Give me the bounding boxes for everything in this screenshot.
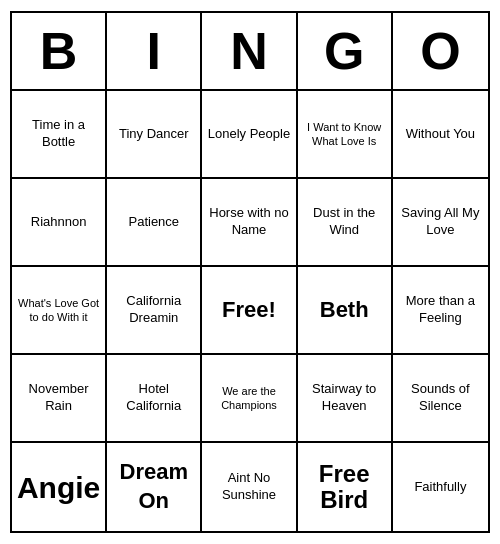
bingo-letter-i: I [107,13,202,89]
bingo-cell-9: Saving All My Love [393,179,488,267]
bingo-grid: Time in a BottleTiny DancerLonely People… [12,91,488,531]
bingo-cell-24: Faithfully [393,443,488,531]
bingo-cell-11: California Dreamin [107,267,202,355]
bingo-cell-18: Stairway to Heaven [298,355,393,443]
bingo-letter-b: B [12,13,107,89]
bingo-cell-13: Beth [298,267,393,355]
bingo-cell-0: Time in a Bottle [12,91,107,179]
bingo-cell-2: Lonely People [202,91,297,179]
bingo-card: BINGO Time in a BottleTiny DancerLonely … [10,11,490,533]
bingo-cell-10: What's Love Got to do With it [12,267,107,355]
bingo-cell-12: Free! [202,267,297,355]
bingo-header: BINGO [12,13,488,91]
bingo-cell-7: Horse with no Name [202,179,297,267]
bingo-cell-23: Free Bird [298,443,393,531]
bingo-letter-n: N [202,13,297,89]
bingo-cell-6: Patience [107,179,202,267]
bingo-letter-o: O [393,13,488,89]
bingo-cell-14: More than a Feeling [393,267,488,355]
bingo-cell-16: Hotel California [107,355,202,443]
bingo-cell-17: We are the Champions [202,355,297,443]
bingo-cell-22: Aint No Sunshine [202,443,297,531]
bingo-cell-4: Without You [393,91,488,179]
bingo-cell-8: Dust in the Wind [298,179,393,267]
bingo-cell-1: Tiny Dancer [107,91,202,179]
bingo-cell-5: Riahnnon [12,179,107,267]
bingo-cell-15: November Rain [12,355,107,443]
bingo-cell-19: Sounds of Silence [393,355,488,443]
bingo-letter-g: G [298,13,393,89]
bingo-cell-3: I Want to Know What Love Is [298,91,393,179]
bingo-cell-21: Dream On [107,443,202,531]
bingo-cell-20: Angie [12,443,107,531]
